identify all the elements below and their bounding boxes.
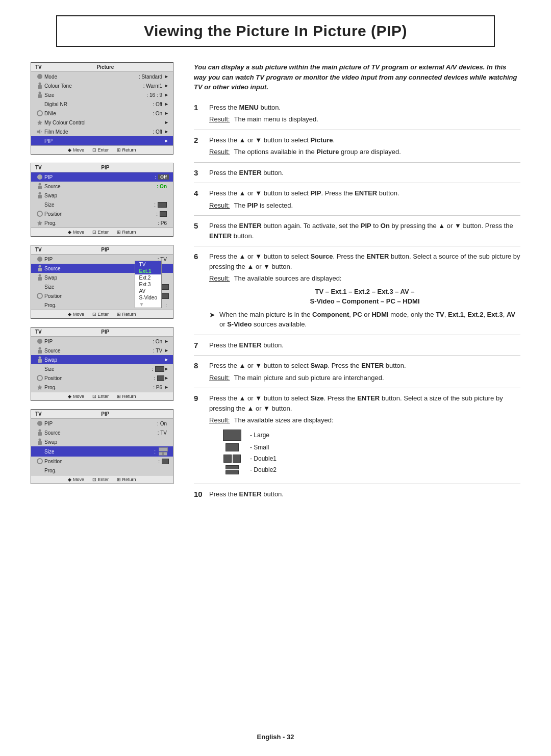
result-8: Result: The main picture and sub picture… <box>209 373 520 383</box>
svg-point-1 <box>39 83 41 85</box>
tv-row: Prog. : P6 <box>31 218 173 228</box>
dropdown-item-ext2: Ext.2 <box>135 274 161 281</box>
brush-icon-3 <box>35 256 44 262</box>
step-8: 8 Press the ▲ or ▼ button to select Swap… <box>194 361 520 388</box>
tv-footer-5: ◆ Move ⊡ Enter ⊞ Return <box>31 475 173 484</box>
main-content: TV Picture Mode : Standard ► <box>31 62 520 509</box>
circle-icon-5 <box>35 458 44 464</box>
dropdown-item-svideo: S-Video <box>135 294 161 301</box>
svg-point-8 <box>37 174 42 180</box>
brush-icon <box>35 73 44 80</box>
tv-row: Position : <box>31 457 173 466</box>
step-1: 1 Press the MENU button. Result: The mai… <box>194 103 520 130</box>
svg-point-3 <box>39 92 41 94</box>
svg-rect-4 <box>38 94 42 98</box>
intro-paragraph: You can display a sub picture within the… <box>194 62 520 92</box>
svg-rect-23 <box>38 350 42 354</box>
dropdown-item-tv: TV <box>135 261 161 268</box>
step-7: 7 Press the ENTER button. <box>194 340 520 356</box>
size-chart: - Large - Small <box>219 430 520 474</box>
svg-rect-30 <box>38 432 42 436</box>
star-icon-3 <box>35 384 44 390</box>
right-column: You can display a sub picture within the… <box>194 62 520 509</box>
step-2: 2 Press the ▲ or ▼ button to select Pict… <box>194 135 520 163</box>
svg-point-18 <box>39 274 41 277</box>
person-icon-10 <box>35 438 44 445</box>
page-outer: Viewing the Picture In Picture (PIP) TV … <box>0 0 551 756</box>
step-3: 3 Press the ENTER button. <box>194 168 520 184</box>
step-4: 4 Press the ▲ or ▼ button to select PIP.… <box>194 188 520 216</box>
person-icon <box>35 82 44 89</box>
brush-icon-5 <box>35 420 44 426</box>
size-double1: - Double1 <box>219 454 520 463</box>
speaker-icon <box>35 129 44 135</box>
svg-rect-32 <box>38 441 42 445</box>
tv-row: Swap <box>31 437 173 446</box>
svg-point-33 <box>37 459 42 464</box>
star-icon-2 <box>35 220 44 226</box>
tv-row: Position : <box>31 209 173 218</box>
svg-point-11 <box>39 192 41 195</box>
person-icon-8 <box>35 356 44 363</box>
tv-row: Size : ► <box>31 364 173 373</box>
tv-row: Size : <box>31 200 173 209</box>
svg-point-28 <box>37 421 42 426</box>
source-dropdown: TV Ext.1 Ext.2 Ext.3 AV S-Video ▼ <box>135 261 162 308</box>
tv-row: Prog. : P6 ► <box>31 383 173 392</box>
svg-point-24 <box>39 357 41 359</box>
tv-footer-1: ◆ Move ⊡ Enter ⊞ Return <box>31 145 173 154</box>
step-9: 9 Press the ▲ or ▼ button to select Size… <box>194 393 520 484</box>
tv-footer-3: ◆ Move ⊡ Enter ⊞ Return <box>31 310 173 318</box>
tv-screen-4: TV PIP PIP : On ► <box>31 327 173 401</box>
svg-point-20 <box>37 293 42 298</box>
tv-row: Mode : Standard ► <box>31 72 173 81</box>
tv-row-size: Size : <box>31 446 173 457</box>
svg-point-5 <box>37 111 42 116</box>
result-2: Result: The options available in the Pic… <box>209 147 520 157</box>
svg-marker-14 <box>37 220 42 225</box>
footer-text: English - 32 <box>257 733 294 741</box>
svg-marker-27 <box>37 385 42 390</box>
tv-row: Film Mode : Off ► <box>31 127 173 136</box>
tv-menu-title-1: Picture <box>96 64 114 70</box>
svg-point-31 <box>39 439 41 441</box>
tv-body-4: PIP : On ► Source : TV ► <box>31 337 173 392</box>
tv-row: Position : ► <box>31 373 173 383</box>
tv-body-1: Mode : Standard ► Colour Tone : Warm1 ► <box>31 72 173 145</box>
tv-screen-1: TV Picture Mode : Standard ► <box>31 62 173 155</box>
brush-icon-4 <box>35 338 44 344</box>
tv-row-swap: Swap ► <box>31 355 173 364</box>
tv-header-4: TV PIP <box>31 327 173 337</box>
circle-icon-2 <box>35 211 44 217</box>
tv-header-5: TV PIP <box>31 410 173 419</box>
svg-point-29 <box>39 430 41 432</box>
person-icon-3 <box>35 183 44 190</box>
tv-row: My Colour Control ► <box>31 118 173 127</box>
tv-row: Prog. <box>31 466 173 475</box>
tv-body-5: PIP : On Source : TV Swap <box>31 419 173 475</box>
size-double2: - Double2 <box>219 465 520 474</box>
svg-point-15 <box>37 257 42 262</box>
page-title-box: Viewing the Picture In Picture (PIP) <box>56 15 495 47</box>
person-icon-2 <box>35 91 44 98</box>
tv-row: PIP : Off <box>31 172 173 182</box>
result-9: Result: The available sizes are displaye… <box>209 415 520 425</box>
star-icon <box>35 119 44 125</box>
tv-footer-2: ◆ Move ⊡ Enter ⊞ Return <box>31 228 173 236</box>
step-10: 10 Press the ENTER button. <box>194 489 520 505</box>
tv-body-2: PIP : Off Source : On <box>31 172 173 228</box>
svg-rect-25 <box>38 359 42 363</box>
page-footer: English - 32 <box>31 733 520 741</box>
tv-row: Size : 16 : 9 ► <box>31 90 173 99</box>
svg-rect-10 <box>38 186 42 189</box>
svg-point-26 <box>37 375 42 381</box>
svg-rect-19 <box>38 277 42 281</box>
tv-row: Source : On <box>31 182 173 191</box>
tv-header-1: TV Picture <box>31 63 173 72</box>
svg-marker-6 <box>37 120 42 125</box>
svg-rect-17 <box>38 268 42 271</box>
tv-row: PIP : On ► <box>31 337 173 346</box>
tv-header-2: TV PIP <box>31 163 173 172</box>
size-small: - Small <box>219 443 520 452</box>
tv-label-1: TV <box>35 64 42 70</box>
